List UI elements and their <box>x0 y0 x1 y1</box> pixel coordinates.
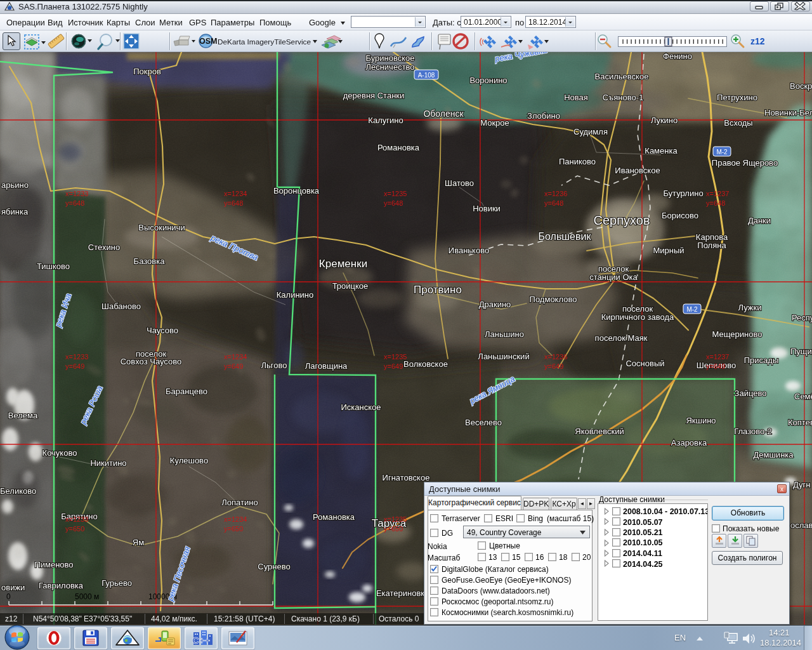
svg-text:y=649: y=649 <box>65 362 84 370</box>
svg-text:Кирпичного завода: Кирпичного завода <box>601 312 674 322</box>
svg-text:Ланьшинский: Ланьшинский <box>478 352 529 361</box>
svg-text:Велема: Велема <box>8 411 38 420</box>
svg-text:Лужки: Лужки <box>738 303 762 312</box>
svg-text:Мирный: Мирный <box>653 246 684 255</box>
svg-text:Правое Ящерово: Правое Ящерово <box>712 158 778 168</box>
svg-text:Гурьево: Гурьево <box>102 578 132 588</box>
svg-text:x=1235: x=1235 <box>384 353 407 361</box>
svg-text:x=1235: x=1235 <box>384 515 407 523</box>
svg-text:М-2: М-2 <box>686 306 698 313</box>
svg-text:Съяново-1: Съяново-1 <box>603 93 644 102</box>
svg-text:деревня Станки: деревня Станки <box>343 91 405 100</box>
svg-text:А-108: А-108 <box>418 72 435 79</box>
svg-text:5000 м: 5000 м <box>75 592 99 601</box>
svg-text:Веселево: Веселево <box>465 418 502 427</box>
svg-text:Дракино: Дракино <box>479 300 511 309</box>
svg-text:Фенино: Фенино <box>663 52 692 61</box>
svg-text:x=1233: x=1233 <box>65 190 88 197</box>
svg-text:Мокрое: Мокрое <box>480 118 509 128</box>
svg-text:Покров: Покров <box>133 67 161 76</box>
svg-text:Респу: Респу <box>792 313 812 322</box>
svg-text:Дугн: Дугн <box>793 480 811 489</box>
svg-text:Екатериновк: Екатериновк <box>376 588 424 598</box>
svg-text:Беликово: Беликово <box>0 486 36 496</box>
svg-text:x=1234: x=1234 <box>224 515 247 523</box>
svg-text:Тишково: Тишково <box>37 262 70 271</box>
svg-text:Кочуково: Кочуково <box>43 448 77 458</box>
svg-text:Сурнево: Сурнево <box>258 562 290 571</box>
svg-text:Романовка: Романовка <box>377 143 420 152</box>
svg-text:Калугино: Калугино <box>368 116 403 125</box>
svg-text:Шатово: Шатово <box>445 178 474 188</box>
svg-text:ославце: ославце <box>790 521 812 530</box>
svg-text:Лесничество: Лесничество <box>365 62 414 72</box>
svg-text:x=1234: x=1234 <box>224 353 247 361</box>
svg-text:y=648: y=648 <box>706 199 725 207</box>
svg-text:Лаговщина: Лаговщина <box>305 361 348 371</box>
svg-text:М-2: М-2 <box>716 149 728 156</box>
svg-text:Васильевское: Васильевское <box>595 72 649 81</box>
svg-text:Злобино: Злобино <box>527 111 560 121</box>
svg-text:Большевик: Большевик <box>539 231 592 242</box>
svg-text:Коптев: Коптев <box>788 418 812 427</box>
svg-text:y=649: y=649 <box>544 362 563 370</box>
svg-text:y=650: y=650 <box>224 525 243 533</box>
svg-text:Каменка: Каменка <box>645 146 678 156</box>
svg-text:Воронино: Воронино <box>469 76 507 85</box>
svg-text:Кременки: Кременки <box>319 258 367 270</box>
svg-text:овижи: овижи <box>1 583 25 592</box>
svg-text:Паниково: Паниково <box>559 157 596 166</box>
svg-text:Базовка: Базовка <box>134 256 166 266</box>
svg-text:ябинка: ябинка <box>1 207 29 216</box>
svg-text:Пущи: Пущи <box>790 347 812 356</box>
svg-text:Протвино: Протвино <box>414 284 462 296</box>
svg-text:y=648: y=648 <box>544 199 563 207</box>
svg-text:y=650: y=650 <box>65 525 84 533</box>
svg-text:y=648: y=648 <box>384 199 403 207</box>
svg-text:Подмоклово: Подмоклово <box>530 295 577 304</box>
svg-text:Шабаново: Шабаново <box>102 302 141 311</box>
svg-text:Новинки-Бел: Новинки-Бел <box>764 108 812 117</box>
svg-text:Присады: Присады <box>744 355 779 365</box>
svg-text:Семён: Семён <box>794 392 812 401</box>
svg-text:Оболенск: Оболенск <box>423 109 464 119</box>
svg-text:Воронцовка: Воронцовка <box>273 186 320 196</box>
svg-text:y=650: y=650 <box>384 525 403 533</box>
svg-text:Воскрес: Воскрес <box>790 81 812 91</box>
svg-text:x=1233: x=1233 <box>65 515 88 523</box>
svg-text:Лопатино: Лопатино <box>221 498 258 507</box>
svg-text:x=1237: x=1237 <box>706 353 729 361</box>
svg-text:Петрухино: Петрухино <box>717 93 757 102</box>
svg-text:Яковлевский: Яковлевский <box>575 427 624 436</box>
svg-text:Буриновское: Буриновское <box>365 53 414 63</box>
svg-text:Никитино: Никитино <box>90 458 126 468</box>
svg-text:x=1236: x=1236 <box>544 190 567 197</box>
svg-text:Романовка: Романовка <box>313 512 355 522</box>
svg-text:Данки: Данки <box>748 216 771 225</box>
svg-text:Пименово: Пименово <box>34 560 73 569</box>
svg-text:Троицкое: Троицкое <box>332 281 369 291</box>
svg-text:Демшинка: Демшинка <box>753 450 794 460</box>
svg-text:Высокиничи: Высокиничи <box>138 223 185 232</box>
svg-text:Иваньково: Иваньково <box>449 246 489 255</box>
svg-text:x=1235: x=1235 <box>384 190 407 197</box>
svg-text:y=649: y=649 <box>706 362 725 370</box>
svg-text:y=648: y=648 <box>65 199 84 207</box>
svg-text:станции Ока: станции Ока <box>589 272 638 282</box>
svg-text:Сосновый: Сосновый <box>625 359 664 368</box>
svg-text:x=1234: x=1234 <box>224 190 247 197</box>
svg-text:Судимля: Судимля <box>573 127 608 136</box>
svg-text:Якшино: Якшино <box>686 416 716 425</box>
svg-text:Азаровка: Азаровка <box>671 438 707 448</box>
svg-text:Зайцево: Зайцево <box>735 388 767 398</box>
svg-text:Ивановское: Ивановское <box>615 166 660 175</box>
svg-text:Чаусово: Чаусово <box>147 326 178 335</box>
svg-text:Лукино: Лукино <box>651 116 678 125</box>
svg-text:C++: C++ <box>192 635 211 646</box>
svg-text:Борисово: Борисово <box>662 211 698 220</box>
svg-text:Поляна: Поляна <box>697 241 726 250</box>
svg-text:Глазово-2: Глазово-2 <box>734 427 772 436</box>
svg-text:Баранцево: Баранцево <box>166 387 207 396</box>
svg-text:Гавриловка: Гавриловка <box>39 581 84 590</box>
svg-text:y=649: y=649 <box>384 362 403 370</box>
